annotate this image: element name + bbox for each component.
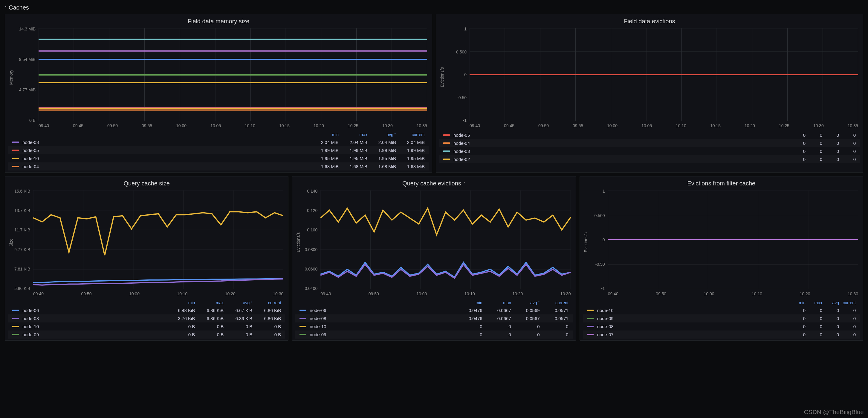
legend-val-avg: 0 [822, 157, 839, 162]
legend-name: node-10 [310, 324, 454, 329]
legend-name: node-04 [23, 164, 310, 169]
legend-swatch [443, 134, 450, 136]
legend-row[interactable]: node-020000 [439, 155, 860, 163]
x-tick: 10:20 [314, 123, 324, 128]
legend-col-current[interactable]: current [252, 300, 281, 305]
legend-row[interactable]: node-060.04760.06670.05690.0571 [295, 306, 572, 314]
legend-col-avg[interactable]: avg [367, 132, 396, 137]
legend-row[interactable]: node-090 B0 B0 B0 B [8, 330, 285, 339]
legend-col-current[interactable]: current [540, 300, 568, 305]
x-tick: 09:40 [470, 123, 480, 128]
legend-val-max: 0.0667 [483, 316, 511, 321]
legend-val-current: 0 [839, 133, 856, 138]
legend-val-avg: 2.04 MiB [367, 140, 396, 145]
legend-col-min[interactable]: min [454, 300, 483, 305]
y-tick: 0.0400 [305, 286, 318, 291]
legend-val-avg: 0 [822, 141, 839, 146]
legend-row[interactable]: node-050000 [439, 131, 860, 139]
legend-name: node-08 [23, 316, 166, 321]
legend-val-max: 6.86 KiB [195, 316, 224, 321]
x-tick: 09:55 [573, 123, 583, 128]
legend-row[interactable]: node-100 B0 B0 B0 B [8, 322, 285, 330]
legend-col-min[interactable]: min [789, 300, 806, 305]
legend-val-max: 0 [806, 316, 822, 321]
legend-val-current: 0 [839, 316, 856, 321]
panel-title: Field data memory size [188, 18, 250, 25]
legend-name: node-05 [454, 133, 789, 138]
row-header[interactable]: ˅ Caches [5, 2, 863, 14]
legend-swatch [587, 310, 594, 311]
legend-row[interactable]: node-101.95 MiB1.95 MiB1.95 MiB1.95 MiB [8, 154, 429, 163]
legend-val-avg: 1.68 MiB [367, 164, 396, 169]
legend-val-avg: 0 [511, 332, 540, 337]
legend-val-avg: 0 B [224, 324, 252, 329]
y-tick: 9.54 MiB [19, 57, 36, 62]
legend-row[interactable]: node-070000 [583, 330, 860, 339]
legend-val-max: 0 [806, 149, 822, 154]
legend-name: node-10 [597, 308, 789, 313]
legend-col-max[interactable]: max [483, 300, 511, 305]
legend-row[interactable]: node-066.48 KiB6.86 KiB6.67 KiB6.86 KiB [8, 306, 285, 314]
legend-row[interactable]: node-082.04 MiB2.04 MiB2.04 MiB2.04 MiB [8, 138, 429, 146]
y-tick: 0.500 [594, 213, 605, 218]
panel-title: Evictions from filter cache [687, 180, 755, 187]
legend-col-max[interactable]: max [339, 132, 367, 137]
legend-col-max[interactable]: max [806, 300, 822, 305]
x-tick: 09:40 [38, 123, 49, 128]
y-axis-label: Evictions/s [295, 189, 301, 296]
legend-row[interactable]: node-051.99 MiB1.99 MiB1.99 MiB1.99 MiB [8, 146, 429, 154]
legend-col-avg[interactable]: avg [511, 300, 540, 305]
legend-row[interactable]: node-030000 [439, 147, 860, 155]
panel-query-cache-evictions: Query cache evictions˅Evictions/s0.1400.… [292, 176, 576, 341]
x-tick: 10:10 [464, 291, 475, 296]
legend-swatch [443, 142, 450, 144]
legend-col-current[interactable]: current [839, 300, 856, 305]
legend-name: node-09 [597, 316, 789, 321]
panel-menu-icon[interactable]: ˅ [464, 181, 466, 186]
legend-val-min: 0.0476 [454, 308, 483, 313]
legend-val-current: 2.04 MiB [396, 140, 425, 145]
legend-val-min: 0 [789, 133, 806, 138]
legend-name: node-06 [310, 308, 454, 313]
x-tick: 10:35 [417, 123, 427, 128]
legend-row[interactable]: node-100000 [583, 306, 860, 314]
legend-name: node-08 [23, 140, 310, 145]
legend-val-max: 1.95 MiB [339, 156, 367, 161]
legend-row[interactable]: node-083.76 KiB6.86 KiB6.39 KiB6.86 KiB [8, 314, 285, 322]
legend-row[interactable]: node-080000 [583, 322, 860, 330]
legend-row[interactable]: node-040000 [439, 139, 860, 147]
legend-val-min: 0 [789, 157, 806, 162]
legend-swatch [12, 326, 19, 327]
x-tick: 10:00 [176, 123, 187, 128]
legend-col-min[interactable]: min [166, 300, 195, 305]
legend-val-min: 3.76 KiB [166, 316, 195, 321]
legend-col-current[interactable]: current [396, 132, 425, 137]
legend-row[interactable]: node-100000 [295, 322, 572, 330]
x-tick: 10:05 [642, 123, 652, 128]
legend-row[interactable]: node-080.04760.06670.05670.0571 [295, 314, 572, 322]
legend-col-avg[interactable]: avg [224, 300, 252, 305]
y-tick: -1 [463, 118, 467, 123]
x-tick: 10:30 [848, 291, 858, 296]
x-tick: 09:45 [504, 123, 515, 128]
panel-title: Query cache size [123, 180, 170, 187]
legend-val-current: 0 B [252, 332, 281, 337]
legend-col-avg[interactable]: avg [822, 300, 839, 305]
legend-row[interactable]: node-090000 [295, 330, 572, 339]
legend-row[interactable]: node-090000 [583, 314, 860, 322]
legend-col-max[interactable]: max [195, 300, 224, 305]
legend-row[interactable]: node-041.68 MiB1.68 MiB1.68 MiB1.68 MiB [8, 163, 429, 171]
legend-swatch [12, 318, 19, 319]
legend-swatch [300, 334, 306, 335]
legend-val-max: 0 B [195, 332, 224, 337]
legend-name: node-08 [597, 324, 789, 329]
legend-col-min[interactable]: min [310, 132, 339, 137]
legend-swatch [12, 166, 19, 167]
legend-swatch [443, 159, 450, 160]
legend-val-avg: 0 [822, 324, 839, 329]
y-axis-label: Size [8, 189, 14, 296]
y-axis-label: Memory [8, 27, 14, 128]
legend-val-current: 0.0571 [540, 316, 568, 321]
legend-val-max: 0 [483, 332, 511, 337]
x-tick: 10:00 [607, 123, 618, 128]
